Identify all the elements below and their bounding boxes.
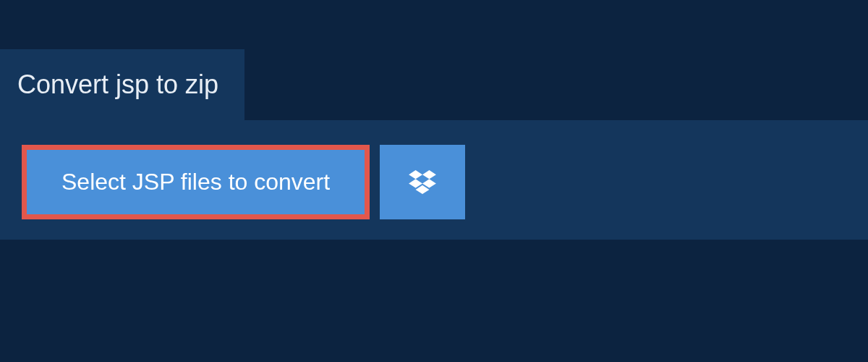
dropbox-icon xyxy=(409,170,436,195)
tab-convert[interactable]: Convert jsp to zip xyxy=(0,49,244,120)
dropbox-button[interactable] xyxy=(380,145,465,219)
upload-panel: Select JSP files to convert xyxy=(0,120,868,240)
select-files-label: Select JSP files to convert xyxy=(61,169,330,195)
select-files-button[interactable]: Select JSP files to convert xyxy=(22,145,370,219)
tab-title: Convert jsp to zip xyxy=(17,70,218,99)
